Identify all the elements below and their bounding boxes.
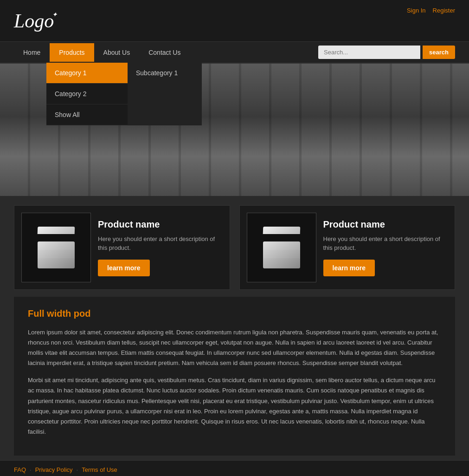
nav-contact[interactable]: Contact Us (139, 43, 190, 62)
stack-top-layer-2 (263, 227, 300, 234)
product-desc-2: Here you should enter a short descriptio… (323, 235, 448, 253)
dropdown-category2[interactable]: Category 2 (46, 84, 128, 104)
nav-search: search (318, 42, 455, 63)
footer-faq-link[interactable]: FAQ (14, 466, 26, 473)
pod-paragraph-2: Morbi sit amet mi tincidunt, adipiscing … (28, 375, 441, 437)
footer: FAQ · Privacy Policy · Terms of Use (0, 460, 469, 476)
stack-layer-1 (38, 258, 75, 268)
nav-about[interactable]: About Us (94, 43, 140, 62)
product-card-1: Product name Here you should enter a sho… (14, 205, 230, 290)
full-width-pod: Full width pod Lorem ipsum dolor sit ame… (14, 297, 455, 456)
learn-more-button-1[interactable]: learn more (98, 260, 150, 276)
product-card-2: Product name Here you should enter a sho… (239, 205, 456, 290)
product-image-box-2 (247, 213, 316, 282)
product-desc-1: Here you should enter a short descriptio… (98, 235, 223, 253)
main-content: Product name Here you should enter a sho… (0, 196, 469, 456)
search-button[interactable]: search (423, 46, 455, 59)
search-input[interactable] (318, 46, 420, 59)
dropdown-category1[interactable]: Category 1 (46, 63, 128, 84)
product-image-box-1 (21, 213, 91, 282)
pod-paragraph-1: Lorem ipsum dolor sit amet, consectetur … (28, 327, 441, 368)
pod-title: Full width pod (28, 308, 441, 319)
product-icon-1 (35, 227, 77, 268)
header-links: Sign In Register (407, 5, 455, 14)
logo-star-icon: ✦ (52, 11, 58, 19)
product-info-2: Product name Here you should enter a sho… (323, 219, 448, 276)
nav-left: Home Products About Us Contact Us (14, 43, 190, 62)
register-link[interactable]: Register (433, 7, 455, 14)
signin-link[interactable]: Sign In (407, 7, 425, 14)
product-name-2: Product name (323, 219, 448, 230)
logo: Logo✦ (14, 10, 54, 32)
header: Logo✦ Sign In Register (0, 0, 469, 42)
footer-sep-1: · (30, 466, 32, 473)
learn-more-button-2[interactable]: learn more (323, 260, 375, 276)
footer-privacy-link[interactable]: Privacy Policy (35, 466, 73, 473)
stack-layer-1b (263, 258, 300, 268)
products-wrapper: Product name Here you should enter a sho… (0, 196, 469, 294)
product-icon-2 (261, 227, 302, 268)
product-name-1: Product name (98, 219, 223, 230)
navbar: Home Products About Us Contact Us search… (0, 42, 469, 64)
products-dropdown: Category 1 Category 2 Show All Subcatego… (46, 63, 202, 125)
footer-sep-2: · (77, 466, 78, 473)
dropdown-subcategories: Subcategory 1 (128, 63, 202, 125)
dropdown-categories: Category 1 Category 2 Show All (46, 63, 128, 125)
logo-text: Logo (14, 10, 54, 32)
dropdown-showall[interactable]: Show All (46, 104, 128, 125)
nav-home[interactable]: Home (14, 43, 50, 62)
nav-products[interactable]: Products (50, 43, 94, 62)
dropdown-subcategory1[interactable]: Subcategory 1 (128, 63, 202, 83)
stack-top-layer (38, 227, 75, 234)
footer-terms-link[interactable]: Terms of Use (82, 466, 117, 473)
product-info-1: Product name Here you should enter a sho… (98, 219, 223, 276)
